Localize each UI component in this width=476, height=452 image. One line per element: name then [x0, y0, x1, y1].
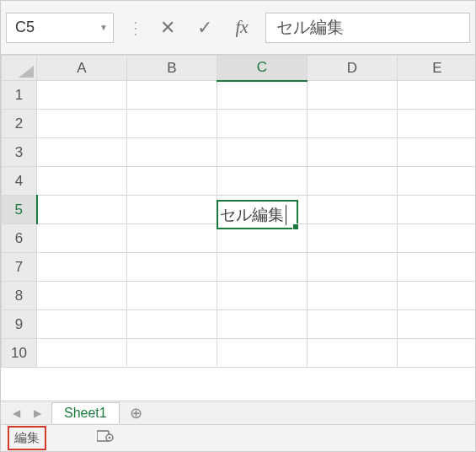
expand-formula-bar-icon[interactable]: ⋮: [122, 18, 149, 38]
cell[interactable]: [308, 167, 398, 196]
formula-input[interactable]: セル編集: [265, 13, 470, 43]
row-header-10[interactable]: 10: [2, 339, 37, 368]
cell[interactable]: [127, 196, 217, 224]
svg-point-2: [109, 437, 111, 439]
active-cell-editor[interactable]: セル編集: [217, 200, 298, 229]
row-header-9[interactable]: 9: [2, 310, 37, 339]
row-header-8[interactable]: 8: [2, 282, 37, 310]
cell[interactable]: [37, 224, 127, 253]
cancel-icon[interactable]: ✕: [158, 17, 178, 39]
cell[interactable]: [398, 81, 477, 110]
cell[interactable]: [398, 339, 477, 368]
column-header-b[interactable]: B: [127, 56, 217, 81]
name-box-dropdown-icon[interactable]: ▼: [99, 24, 108, 32]
formula-bar: C5 ▼ ⋮ ✕ ✓ fx セル編集: [1, 1, 475, 55]
column-header-a[interactable]: A: [37, 56, 127, 81]
cell[interactable]: [217, 339, 308, 368]
formula-input-value: セル編集: [276, 16, 344, 39]
confirm-icon[interactable]: ✓: [195, 17, 215, 39]
cell[interactable]: [127, 310, 217, 339]
cell[interactable]: [398, 224, 477, 253]
cell[interactable]: [217, 81, 308, 110]
sheet-tabs-bar: ◀ ▶ Sheet1 ⊕: [1, 401, 475, 424]
cell[interactable]: [398, 253, 477, 282]
cell[interactable]: [398, 196, 477, 224]
column-header-c[interactable]: C: [217, 56, 308, 81]
spreadsheet-grid[interactable]: A B C D E 1 2 3 4 5 6 7 8 9 10 セル編集: [1, 55, 475, 368]
status-bar: 編集: [1, 424, 475, 451]
cell[interactable]: [37, 196, 127, 224]
row-header-7[interactable]: 7: [2, 253, 37, 282]
insert-function-icon[interactable]: fx: [232, 17, 252, 38]
row-header-5[interactable]: 5: [2, 196, 37, 224]
cell[interactable]: [217, 310, 308, 339]
cell[interactable]: [37, 138, 127, 167]
column-header-e[interactable]: E: [398, 56, 477, 81]
add-sheet-icon[interactable]: ⊕: [123, 404, 149, 422]
cell[interactable]: [127, 167, 217, 196]
cell[interactable]: [398, 282, 477, 310]
row-header-3[interactable]: 3: [2, 138, 37, 167]
cell[interactable]: [217, 110, 308, 138]
cell[interactable]: [308, 282, 398, 310]
cell[interactable]: [37, 282, 127, 310]
cell[interactable]: [398, 167, 477, 196]
name-box[interactable]: C5 ▼: [6, 13, 114, 43]
cell[interactable]: [308, 196, 398, 224]
cell[interactable]: [127, 110, 217, 138]
cell[interactable]: [127, 253, 217, 282]
cell[interactable]: [308, 224, 398, 253]
cell[interactable]: [308, 110, 398, 138]
row-header-4[interactable]: 4: [2, 167, 37, 196]
next-sheet-icon[interactable]: ▶: [27, 407, 48, 419]
cell[interactable]: [217, 253, 308, 282]
cell[interactable]: [308, 138, 398, 167]
cell[interactable]: [398, 110, 477, 138]
cell[interactable]: [127, 138, 217, 167]
cell[interactable]: [37, 339, 127, 368]
cell[interactable]: [127, 81, 217, 110]
mode-indicator: 編集: [8, 426, 46, 450]
cell[interactable]: [308, 253, 398, 282]
cell[interactable]: [37, 110, 127, 138]
cell[interactable]: [398, 138, 477, 167]
cell[interactable]: [398, 310, 477, 339]
name-box-value: C5: [15, 19, 35, 36]
cell[interactable]: [37, 310, 127, 339]
cell[interactable]: [217, 138, 308, 167]
cell[interactable]: [127, 282, 217, 310]
select-all-corner[interactable]: [2, 56, 37, 81]
row-header-1[interactable]: 1: [2, 81, 37, 110]
formula-bar-buttons: ✕ ✓ fx: [158, 17, 257, 39]
row-header-2[interactable]: 2: [2, 110, 37, 138]
cell[interactable]: [308, 81, 398, 110]
cell[interactable]: [308, 310, 398, 339]
cell[interactable]: [217, 282, 308, 310]
prev-sheet-icon[interactable]: ◀: [6, 407, 27, 419]
cell[interactable]: [308, 339, 398, 368]
active-cell-value: セル編集: [220, 204, 284, 226]
cell[interactable]: [37, 253, 127, 282]
cell[interactable]: [37, 167, 127, 196]
sheet-tab-sheet1[interactable]: Sheet1: [51, 402, 120, 423]
macro-record-icon[interactable]: [97, 429, 114, 447]
column-header-d[interactable]: D: [308, 56, 398, 81]
cell[interactable]: [127, 224, 217, 253]
cell[interactable]: [37, 81, 127, 110]
row-header-6[interactable]: 6: [2, 224, 37, 253]
text-caret: [286, 205, 286, 225]
cell[interactable]: [127, 339, 217, 368]
cell[interactable]: [217, 167, 308, 196]
